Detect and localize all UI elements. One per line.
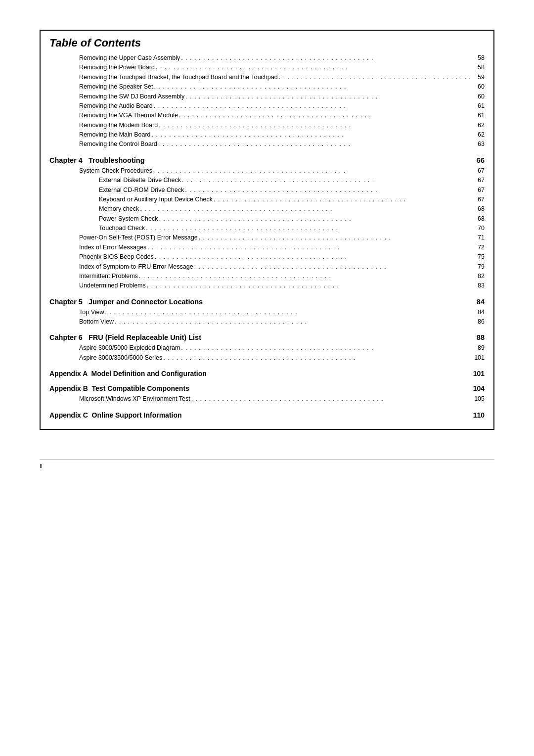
entry-page: 84 <box>478 308 485 317</box>
entry-text: Bottom View <box>79 317 114 327</box>
appendix-page: 104 <box>473 384 485 392</box>
entry-text: Removing the Upper Case Assembly <box>79 53 180 63</box>
appendix-page: 101 <box>473 370 485 378</box>
toc-entry: Index of Symptom-to-FRU Error Message . … <box>49 262 485 272</box>
toc-entry: Top View . . . . . . . . . . . . . . . .… <box>49 308 485 317</box>
footer-page-label: II <box>40 463 43 469</box>
heading-page: 66 <box>477 156 485 164</box>
entry-page: 61 <box>478 111 485 120</box>
toc-entry: Microsoft Windows XP Environment Test . … <box>49 394 485 404</box>
entry-text: Memory check <box>99 204 139 214</box>
toc-entry: Undetermined Problems . . . . . . . . . … <box>49 281 485 290</box>
entry-page: 68 <box>478 214 485 224</box>
entry-text: Touchpad Check <box>99 224 145 233</box>
entry-page: 82 <box>478 272 485 281</box>
toc-entry: Removing the Control Board . . . . . . .… <box>49 140 485 149</box>
entry-dots: . . . . . . . . . . . . . . . . . . . . … <box>279 73 477 82</box>
entry-text: System Check Procedures <box>79 166 152 176</box>
toc-entry: Removing the Audio Board . . . . . . . .… <box>49 101 485 111</box>
entry-text: Microsoft Windows XP Environment Test <box>79 394 190 404</box>
appendix-label: Appendix C Online Support Information <box>49 411 182 419</box>
entry-dots: . . . . . . . . . . . . . . . . . . . . … <box>105 308 477 317</box>
entry-page: 67 <box>478 195 485 204</box>
entry-dots: . . . . . . . . . . . . . . . . . . . . … <box>156 63 477 72</box>
toc-entry: Memory check . . . . . . . . . . . . . .… <box>49 204 485 214</box>
entry-page: 59 <box>478 73 485 82</box>
entry-text: Undetermined Problems <box>79 281 146 290</box>
entry-dots: . . . . . . . . . . . . . . . . . . . . … <box>159 214 477 224</box>
entry-text: Removing the Speaker Set <box>79 82 153 92</box>
entry-dots: . . . . . . . . . . . . . . . . . . . . … <box>154 101 477 111</box>
toc-entry: Phoenix BIOS Beep Codes . . . . . . . . … <box>49 252 485 262</box>
appendix-page: 110 <box>473 411 485 419</box>
toc-entry: Removing the VGA Thermal Module . . . . … <box>49 111 485 120</box>
toc-entry: Bottom View . . . . . . . . . . . . . . … <box>49 317 485 327</box>
entry-text: Removing the Audio Board <box>79 101 153 111</box>
entry-text: Removing the Control Board <box>79 140 157 149</box>
toc-entry: Aspire 3000/5000 Exploded Diagram . . . … <box>49 343 485 353</box>
entry-dots: . . . . . . . . . . . . . . . . . . . . … <box>152 130 477 140</box>
entry-dots: . . . . . . . . . . . . . . . . . . . . … <box>185 186 477 195</box>
toc-entry: Removing the Upper Case Assembly . . . .… <box>49 53 485 63</box>
entry-text: Index of Error Messages <box>79 243 146 252</box>
toc-entry: Removing the SW DJ Board Assembly . . . … <box>49 92 485 101</box>
entry-text: Power System Check <box>99 214 158 224</box>
toc-entries: Removing the Upper Case Assembly . . . .… <box>49 53 485 419</box>
entry-dots: . . . . . . . . . . . . . . . . . . . . … <box>191 394 474 404</box>
toc-entry: Removing the Modem Board . . . . . . . .… <box>49 121 485 130</box>
entry-page: 67 <box>478 186 485 195</box>
entry-page: 60 <box>478 92 485 101</box>
toc-title: Table of Contents <box>49 37 485 49</box>
entry-page: 83 <box>478 281 485 290</box>
toc-entry: System Check Procedures . . . . . . . . … <box>49 166 485 176</box>
entry-dots: . . . . . . . . . . . . . . . . . . . . … <box>154 82 477 92</box>
entry-dots: . . . . . . . . . . . . . . . . . . . . … <box>182 176 477 185</box>
entry-dots: . . . . . . . . . . . . . . . . . . . . … <box>146 224 477 233</box>
entry-dots: . . . . . . . . . . . . . . . . . . . . … <box>214 195 477 204</box>
entry-text: Power-On Self-Test (POST) Error Message <box>79 233 198 242</box>
toc-entry: Index of Error Messages . . . . . . . . … <box>49 243 485 252</box>
entry-dots: . . . . . . . . . . . . . . . . . . . . … <box>158 140 477 149</box>
entry-dots: . . . . . . . . . . . . . . . . . . . . … <box>147 281 477 290</box>
entry-dots: . . . . . . . . . . . . . . . . . . . . … <box>181 343 477 353</box>
entry-dots: . . . . . . . . . . . . . . . . . . . . … <box>179 111 477 120</box>
entry-page: 105 <box>474 394 485 404</box>
entry-page: 58 <box>478 53 485 63</box>
appendix-label: Appendix B Test Compatible Components <box>49 384 189 392</box>
footer: II <box>40 460 494 469</box>
entry-dots: . . . . . . . . . . . . . . . . . . . . … <box>139 272 477 281</box>
entry-text: Intermittent Problems <box>79 272 138 281</box>
appendix-label: Appendix A Model Definition and Configur… <box>49 370 207 378</box>
entry-text: Removing the Power Board <box>79 63 155 72</box>
entry-page: 58 <box>478 63 485 72</box>
appendix-heading: Appendix C Online Support Information 11… <box>49 411 485 419</box>
toc-box: Table of Contents Removing the Upper Cas… <box>40 30 494 430</box>
entry-page: 62 <box>478 121 485 130</box>
section-heading: Cahpter 6 FRU (Field Replaceable Unit) L… <box>49 333 485 341</box>
entry-page: 61 <box>478 101 485 111</box>
entry-dots: . . . . . . . . . . . . . . . . . . . . … <box>115 317 477 327</box>
entry-dots: . . . . . . . . . . . . . . . . . . . . … <box>163 353 473 363</box>
entry-page: 62 <box>478 130 485 140</box>
entry-text: Removing the Main Board <box>79 130 151 140</box>
page-container: Table of Contents Removing the Upper Cas… <box>40 30 494 469</box>
entry-text: Phoenix BIOS Beep Codes <box>79 252 154 262</box>
toc-entry: External Diskette Drive Check . . . . . … <box>49 176 485 185</box>
toc-entry: Removing the Power Board . . . . . . . .… <box>49 63 485 72</box>
toc-entry: Aspire 3000/3500/5000 Series . . . . . .… <box>49 353 485 363</box>
entry-page: 79 <box>478 262 485 272</box>
entry-text: External CD-ROM Drive Check <box>99 186 184 195</box>
toc-entry: Touchpad Check . . . . . . . . . . . . .… <box>49 224 485 233</box>
entry-text: Aspire 3000/3500/5000 Series <box>79 353 162 363</box>
entry-page: 60 <box>478 82 485 92</box>
heading-page: 84 <box>477 298 485 306</box>
entry-text: Removing the Modem Board <box>79 121 158 130</box>
heading-label: Chapter 4 Troubleshooting <box>49 156 145 164</box>
entry-page: 86 <box>478 317 485 327</box>
entry-dots: . . . . . . . . . . . . . . . . . . . . … <box>194 262 477 272</box>
entry-dots: . . . . . . . . . . . . . . . . . . . . … <box>155 252 477 262</box>
heading-label: Cahpter 6 FRU (Field Replaceable Unit) L… <box>49 333 201 341</box>
entry-page: 101 <box>474 353 485 363</box>
entry-dots: . . . . . . . . . . . . . . . . . . . . … <box>153 166 477 176</box>
toc-entry: Power-On Self-Test (POST) Error Message … <box>49 233 485 242</box>
